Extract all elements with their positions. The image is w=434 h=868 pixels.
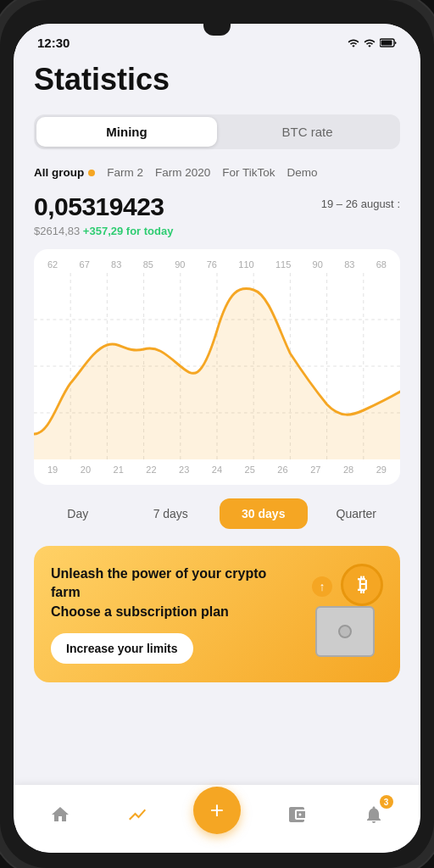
main-content: Statistics Mining BTC rate All group Far…: [14, 55, 420, 853]
group-filter: All group Farm 2 Farm 2020 For TikTok De…: [34, 166, 400, 179]
group-dot: [88, 170, 95, 176]
period-30days[interactable]: 30 days: [220, 498, 308, 529]
banner-text: Unleash the power of your crypto farmCho…: [51, 565, 290, 664]
period-quarter[interactable]: Quarter: [313, 498, 401, 529]
nav-notifications[interactable]: 3: [353, 793, 395, 836]
chart-x-labels: 19 20 21 22 23 24 25 26 27 28 29: [34, 459, 400, 478]
period-day[interactable]: Day: [34, 498, 122, 529]
today-change: +357,29 for today: [83, 225, 174, 237]
status-time: 12:30: [37, 36, 70, 50]
plus-icon: +: [210, 798, 224, 822]
group-demo[interactable]: Demo: [287, 166, 318, 179]
date-range[interactable]: 19 – 26 august :: [321, 198, 400, 210]
banner-title: Unleash the power of your crypto farmCho…: [51, 565, 290, 621]
signal-icon: [348, 37, 359, 49]
bitcoin-coin: ₿: [341, 564, 383, 606]
group-farm2[interactable]: Farm 2: [107, 166, 143, 179]
coin-arrow: ↑: [312, 576, 332, 597]
period-7days[interactable]: 7 days: [127, 498, 215, 529]
nav-add-button[interactable]: +: [193, 787, 241, 834]
notification-badge: 3: [380, 795, 393, 809]
svg-rect-1: [381, 41, 392, 46]
tab-mining[interactable]: Mining: [36, 117, 217, 147]
bottom-nav: + 3: [14, 785, 420, 853]
group-tiktok[interactable]: For TikTok: [222, 166, 275, 179]
safe-box: [315, 606, 375, 657]
stats-value-row: 0,05319423 19 – 26 august :: [34, 192, 400, 221]
promo-banner: Unleash the power of your crypto farmCho…: [34, 546, 400, 682]
main-value: 0,05319423: [34, 192, 164, 221]
nav-chart[interactable]: [116, 793, 159, 836]
tabs-container: Mining BTC rate: [34, 114, 400, 149]
increase-limits-button[interactable]: Increase your limits: [51, 633, 193, 664]
period-buttons: Day 7 days 30 days Quarter: [34, 498, 400, 529]
status-icons: [348, 37, 397, 49]
chart-icon: [126, 804, 148, 826]
chart-svg: [34, 273, 400, 459]
group-farm2020[interactable]: Farm 2020: [155, 166, 210, 179]
tab-btcrate[interactable]: BTC rate: [217, 117, 398, 147]
banner-image: ₿ ↑: [290, 572, 383, 657]
wallet-icon: [286, 804, 308, 826]
page-title: Statistics: [34, 62, 400, 97]
chart-y-labels: 62 67 83 85 90 76 110 115 90 83 68: [34, 259, 400, 270]
group-all[interactable]: All group: [34, 166, 95, 179]
sub-value: $2614,83 +357,29 for today: [34, 225, 400, 237]
battery-icon: [380, 38, 397, 47]
nav-home[interactable]: [39, 793, 81, 836]
home-icon: [49, 804, 71, 826]
wifi-icon: [364, 37, 376, 49]
nav-wallet[interactable]: [275, 793, 318, 836]
safe-handle: [338, 625, 352, 638]
chart-container: 62 67 83 85 90 76 110 115 90 83 68: [34, 249, 400, 485]
